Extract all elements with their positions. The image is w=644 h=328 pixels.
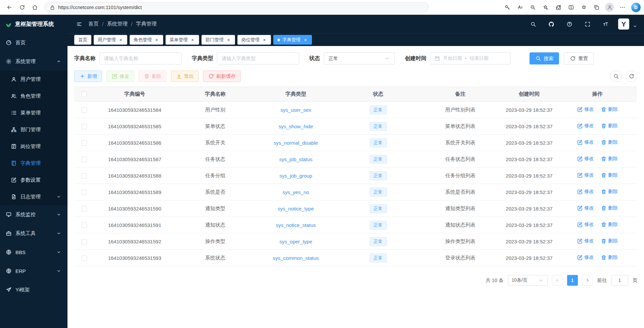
row-checkbox[interactable] — [82, 157, 87, 162]
address-bar[interactable]: https://ccnetcore.com:1101/system/dict — [44, 2, 429, 12]
dict-type-link[interactable]: sys_normal_disable — [274, 140, 318, 146]
split-screen-icon[interactable] — [565, 2, 577, 13]
sidebar-item-system-tools[interactable]: 系统工具 — [0, 224, 67, 243]
goto-page-input[interactable] — [611, 275, 628, 286]
tab-dict-management[interactable]: 字典管理 — [273, 35, 312, 45]
dict-type-link[interactable]: sys_show_hide — [279, 124, 313, 129]
tab-role-management[interactable]: 角色管理 — [130, 35, 163, 45]
font-size-icon[interactable] — [600, 18, 611, 30]
edit-button[interactable]: 修改 — [106, 71, 134, 82]
tab-post-management[interactable]: 岗位管理 — [237, 35, 271, 45]
sidebar-item-user-management[interactable]: 用户管理 — [0, 71, 67, 88]
toggle-search-button[interactable] — [610, 71, 622, 82]
row-delete-button[interactable]: 删除 — [601, 123, 618, 129]
close-icon[interactable] — [190, 37, 195, 42]
row-checkbox[interactable] — [82, 173, 87, 179]
row-delete-button[interactable]: 删除 — [601, 221, 618, 228]
page-size-select[interactable]: 10条/页 — [508, 275, 548, 286]
row-delete-button[interactable]: 删除 — [601, 106, 618, 112]
row-edit-button[interactable]: 修改 — [577, 155, 594, 162]
search-icon[interactable] — [527, 18, 539, 30]
add-button[interactable]: 新增 — [74, 71, 102, 82]
fullscreen-icon[interactable] — [582, 18, 593, 30]
zoom-icon[interactable] — [527, 2, 539, 13]
reset-button[interactable]: 重置 — [564, 52, 594, 64]
sidebar-item-system-monitor[interactable]: 系统监控 — [0, 205, 67, 224]
row-checkbox[interactable] — [82, 223, 87, 228]
dict-type-link[interactable]: sys_user_sex — [280, 107, 311, 113]
sidebar-item-bbs[interactable]: BBS — [0, 243, 67, 262]
bing-chat-icon[interactable]: b — [631, 3, 641, 12]
dict-type-link[interactable]: sys_notice_type — [278, 206, 314, 212]
row-delete-button[interactable]: 删除 — [601, 205, 618, 211]
next-page-button[interactable] — [582, 275, 593, 286]
row-checkbox[interactable] — [82, 140, 87, 146]
row-edit-button[interactable]: 修改 — [577, 205, 594, 211]
row-checkbox[interactable] — [82, 239, 87, 244]
row-edit-button[interactable]: 修改 — [577, 221, 594, 228]
row-edit-button[interactable]: 修改 — [577, 139, 594, 145]
sidebar-item-erp[interactable]: ERP — [0, 262, 67, 280]
extensions-icon[interactable] — [552, 2, 564, 13]
sidebar-item-dept-management[interactable]: 部门管理 — [0, 121, 67, 138]
row-edit-button[interactable]: 修改 — [577, 188, 594, 195]
refresh-cache-button[interactable]: 刷新缓存 — [203, 71, 241, 82]
tab-menu-management[interactable]: 菜单管理 — [166, 35, 199, 45]
search-button[interactable]: 搜索 — [530, 52, 559, 64]
sidebar-item-home[interactable]: 首页 — [0, 33, 67, 52]
more-options-icon[interactable] — [616, 2, 629, 13]
row-delete-button[interactable]: 删除 — [601, 254, 618, 261]
sidebar-item-post-management[interactable]: 岗位管理 — [0, 138, 67, 155]
dict-type-link[interactable]: sys_job_group — [279, 173, 312, 179]
current-page-button[interactable]: 1 — [567, 275, 578, 286]
github-icon[interactable] — [546, 18, 557, 30]
row-checkbox[interactable] — [82, 107, 87, 113]
row-delete-button[interactable]: 删除 — [601, 139, 618, 145]
breadcrumb-dict[interactable]: 字典管理 — [136, 20, 157, 28]
help-icon[interactable] — [564, 18, 575, 30]
home-button[interactable] — [29, 2, 41, 13]
dict-type-link[interactable]: sys_oper_type — [279, 239, 312, 244]
status-select[interactable]: 正常 — [324, 52, 395, 64]
refresh-button[interactable] — [16, 2, 28, 13]
sidebar-item-menu-management[interactable]: 菜单管理 — [0, 104, 67, 121]
row-edit-button[interactable]: 修改 — [577, 123, 594, 129]
tab-dept-management[interactable]: 部门管理 — [201, 35, 235, 45]
sidebar-item-system-management[interactable]: 系统管理 — [0, 52, 67, 71]
tab-home[interactable]: 首页 — [74, 35, 91, 45]
close-icon[interactable] — [226, 37, 231, 42]
row-checkbox[interactable] — [82, 255, 87, 261]
close-icon[interactable] — [262, 37, 267, 42]
tab-user-management[interactable]: 用户管理 — [94, 35, 127, 45]
sidebar-item-log-management[interactable]: 日志管理 — [0, 188, 67, 205]
row-delete-button[interactable]: 删除 — [601, 188, 618, 195]
close-icon[interactable] — [303, 37, 308, 42]
sidebar-item-param-settings[interactable]: 参数设置 — [0, 172, 67, 188]
favorites-icon[interactable] — [578, 2, 590, 13]
breadcrumb-system[interactable]: 系统管理 — [107, 20, 128, 28]
close-icon[interactable] — [118, 37, 123, 42]
dict-name-input[interactable] — [99, 52, 182, 64]
close-icon[interactable] — [154, 37, 159, 42]
row-delete-button[interactable]: 删除 — [601, 238, 618, 244]
row-edit-button[interactable]: 修改 — [577, 106, 594, 112]
export-button[interactable]: 导出 — [171, 71, 199, 82]
profile-avatar[interactable] — [605, 3, 614, 12]
key-icon[interactable] — [501, 2, 513, 13]
row-edit-button[interactable]: 修改 — [577, 254, 594, 261]
row-edit-button[interactable]: 修改 — [577, 238, 594, 244]
row-edit-button[interactable]: 修改 — [577, 172, 594, 178]
dict-type-link[interactable]: sys_yes_no — [282, 189, 309, 195]
sidebar-item-role-management[interactable]: 角色管理 — [0, 88, 67, 104]
row-checkbox[interactable] — [82, 190, 87, 195]
refresh-table-button[interactable] — [626, 71, 637, 82]
select-all-checkbox[interactable] — [82, 92, 87, 97]
dict-type-link[interactable]: sys_job_status — [279, 156, 312, 162]
back-button[interactable] — [3, 2, 15, 13]
add-favorite-icon[interactable] — [540, 2, 552, 13]
row-delete-button[interactable]: 删除 — [601, 155, 618, 162]
sidebar-item-dict-management[interactable]: 字典管理 — [0, 155, 67, 172]
collections-icon[interactable] — [591, 2, 603, 13]
row-delete-button[interactable]: 删除 — [601, 172, 618, 178]
prev-page-button[interactable] — [552, 275, 563, 286]
